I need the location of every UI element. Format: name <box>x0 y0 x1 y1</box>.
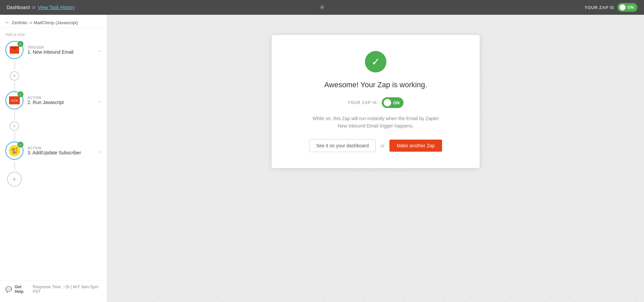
step-name-action1: 2. Run Javascript <box>28 100 97 105</box>
step-content-action1[interactable]: ACTION 2. Run Javascript <box>28 96 97 105</box>
step-name-action2: 3. Add/Update Subscriber <box>28 150 97 155</box>
step-chevron-action1[interactable]: ⌄ <box>97 97 102 104</box>
nav-right: YOUR ZAP IS ON <box>585 3 637 12</box>
add-step-1: + <box>5 71 102 81</box>
step-chevron-trigger[interactable]: ⌄ <box>97 47 102 53</box>
zap-title-bar: ✏ Zenfolio -> MailChimp (Javascript) <box>0 19 107 28</box>
step-badge-action1: ACTION <box>28 96 97 100</box>
connector-line-1 <box>14 60 15 70</box>
success-card: ✓ Awesome! Your Zap is working. YOUR ZAP… <box>272 35 480 168</box>
or-separator: or <box>380 143 384 148</box>
get-help-label[interactable]: Get Help <box>15 285 30 294</box>
response-time-label: Response Time: ~2h | M-F 9am-5pm PST <box>33 285 102 294</box>
success-actions: See it on your dashboard or Make another… <box>292 139 460 152</box>
step-badge-trigger: TRIGGER <box>28 46 97 49</box>
step-content-action2[interactable]: ACTION 3. Add/Update Subscriber <box>28 146 97 155</box>
success-circle: ✓ <box>365 51 386 72</box>
nav-center: ✳ <box>319 3 325 11</box>
see-dashboard-button[interactable]: See it on your dashboard <box>309 139 376 152</box>
zap-title: Zenfolio -> MailChimp (Javascript) <box>12 20 78 25</box>
step-name-trigger: 1. New Inbound Email <box>28 49 97 55</box>
pencil-icon: ✏ <box>5 20 9 25</box>
success-title: Awesome! Your Zap is working. <box>292 81 460 89</box>
step-icon-action2: 🐒 ✓ <box>5 142 23 160</box>
step-row-trigger: ✓ TRIGGER 1. New Inbound Email ⌄ <box>5 41 102 59</box>
connector-line-3 <box>14 111 15 120</box>
sidebar: ✏ Zenfolio -> MailChimp (Javascript) Add… <box>0 15 107 302</box>
sidebar-footer: 💬 Get Help Response Time: ~2h | M-F 9am-… <box>0 280 107 298</box>
zap-is-nav-label: YOUR ZAP IS <box>585 5 614 10</box>
step-check-action2: ✓ <box>17 142 23 148</box>
final-add-step: + <box>5 172 102 187</box>
view-task-link[interactable]: View Task History <box>38 5 75 10</box>
add-note-button[interactable]: Add a note <box>0 32 107 41</box>
connector-line-2 <box>14 82 15 91</box>
zap-toggle-nav[interactable]: ON <box>618 3 637 12</box>
step-check-action1: ✓ <box>17 91 23 97</box>
connector-line-5 <box>14 161 15 170</box>
steps-container: ✓ TRIGGER 1. New Inbound Email ⌄ + < <box>0 41 107 280</box>
chat-icon: 💬 <box>5 286 12 293</box>
step-badge-action2: ACTION <box>28 146 97 150</box>
nav-separator: or <box>32 5 36 10</box>
dashboard-link[interactable]: Dashboard <box>7 5 30 10</box>
step-content-trigger[interactable]: TRIGGER 1. New Inbound Email <box>28 46 97 55</box>
canvas: ✓ Awesome! Your Zap is working. YOUR ZAP… <box>107 15 644 302</box>
step-chevron-action2[interactable]: ⌄ <box>97 148 102 154</box>
step-icon-action1: </> ✓ <box>5 91 23 109</box>
email-icon <box>10 46 19 54</box>
success-checkmark-icon: ✓ <box>371 55 380 68</box>
step-row-action2: 🐒 ✓ ACTION 3. Add/Update Subscriber ⌄ <box>5 142 102 160</box>
nav-left: Dashboard or View Task History <box>7 5 75 10</box>
toggle-on-label: ON <box>393 100 400 105</box>
connector-line-4 <box>14 132 15 142</box>
toggle-circle-nav <box>620 4 626 10</box>
make-another-zap-button[interactable]: Make another Zap <box>389 140 442 152</box>
main-layout: ✏ Zenfolio -> MailChimp (Javascript) Add… <box>0 15 644 302</box>
add-step-2: + <box>5 121 102 131</box>
top-nav: Dashboard or View Task History ✳ YOUR ZA… <box>0 0 644 15</box>
step-row-action1: </> ✓ ACTION 2. Run Javascript ⌄ <box>5 91 102 109</box>
toggle-on-circle <box>384 99 391 106</box>
step-check-trigger: ✓ <box>17 41 23 47</box>
toggle-label-nav: ON <box>628 5 634 10</box>
add-step-button-1[interactable]: + <box>10 71 19 81</box>
zap-toggle-card[interactable]: ON <box>382 97 404 108</box>
step-icon-trigger: ✓ <box>5 41 23 59</box>
snowflake-icon: ✳ <box>319 4 325 11</box>
zap-status-row: YOUR ZAP IS ON <box>292 97 460 108</box>
success-description: While on, this Zap will run instantly wh… <box>292 115 460 130</box>
final-add-button[interactable]: + <box>7 172 22 187</box>
zap-is-label: YOUR ZAP IS <box>348 100 377 105</box>
code-icon: </> <box>9 96 20 104</box>
add-step-button-2[interactable]: + <box>10 121 19 131</box>
